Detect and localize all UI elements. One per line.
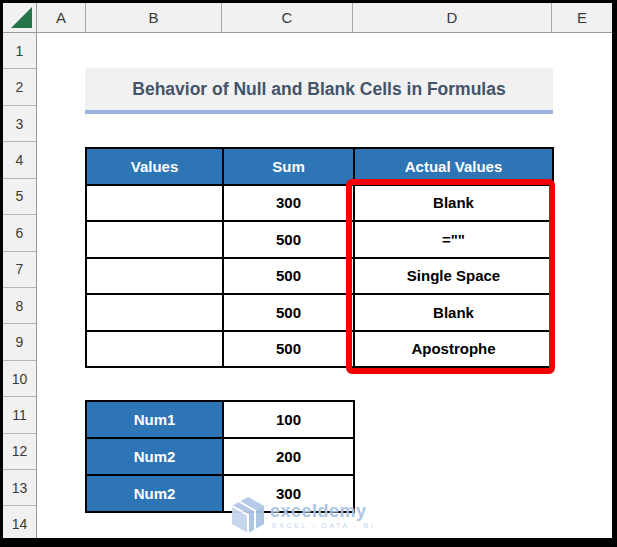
cell-b7[interactable] [86,258,223,295]
screenshot-frame: A B C D E 1 2 3 4 5 6 7 8 9 10 11 12 13 … [0,0,617,547]
watermark-tagline: EXCEL - DATA - BI [272,522,375,529]
header-cell-values[interactable]: Values [86,148,223,185]
cell-d5[interactable]: Blank [354,185,553,222]
table-header-row: Values Sum Actual Values [86,148,553,185]
cell-c12[interactable]: 200 [223,438,354,475]
row-header-8[interactable]: 8 [3,288,36,324]
table-row: 500 Apostrophe [86,331,553,368]
cell-c11[interactable]: 100 [223,401,354,438]
row-header-2[interactable]: 2 [3,69,36,105]
watermark-brand: exceldemy [270,502,367,520]
cell-d8[interactable]: Blank [354,294,553,331]
cell-b9[interactable] [86,331,223,368]
header-cell-actual-values[interactable]: Actual Values [354,148,553,185]
column-header-b[interactable]: B [86,3,222,32]
page-title[interactable]: Behavior of Null and Blank Cells in Form… [85,68,553,114]
table-row: Num1 100 [86,401,354,438]
row-header-12[interactable]: 12 [3,434,36,470]
row-header-11[interactable]: 11 [3,397,36,433]
cell-d9[interactable]: Apostrophe [354,331,553,368]
column-header-a[interactable]: A [37,3,86,32]
cell-d7[interactable]: Single Space [354,258,553,295]
row-header-10[interactable]: 10 [3,361,36,397]
header-cell-sum[interactable]: Sum [223,148,354,185]
column-header-e[interactable]: E [552,3,612,32]
cell-c8[interactable]: 500 [223,294,354,331]
cell-b6[interactable] [86,221,223,258]
row-header-5[interactable]: 5 [3,179,36,215]
exceldemy-logo-icon [231,496,265,534]
watermark-text: exceldemy EXCEL - DATA - BI [270,502,375,529]
column-header-strip: A B C D E [3,3,612,33]
cell-b13[interactable]: Num2 [86,475,223,512]
table-row: Num2 200 [86,438,354,475]
column-header-d[interactable]: D [353,3,552,32]
row-header-4[interactable]: 4 [3,142,36,178]
row-header-strip: 1 2 3 4 5 6 7 8 9 10 11 12 13 14 [3,33,37,538]
cell-c7[interactable]: 500 [223,258,354,295]
table-row: 500 ="" [86,221,553,258]
cell-c5[interactable]: 300 [223,185,354,222]
cell-b12[interactable]: Num2 [86,438,223,475]
cell-c6[interactable]: 500 [223,221,354,258]
row-header-6[interactable]: 6 [3,215,36,251]
cell-c9[interactable]: 500 [223,331,354,368]
cell-d6[interactable]: ="" [354,221,553,258]
table-row: 300 Blank [86,185,553,222]
row-header-9[interactable]: 9 [3,324,36,360]
row-header-7[interactable]: 7 [3,252,36,288]
row-header-3[interactable]: 3 [3,106,36,142]
table-row: 500 Single Space [86,258,553,295]
select-all-triangle-icon [11,7,32,28]
row-header-14[interactable]: 14 [3,506,36,538]
row-header-1[interactable]: 1 [3,33,36,69]
exceldemy-watermark: exceldemy EXCEL - DATA - BI [231,496,375,534]
cell-b11[interactable]: Num1 [86,401,223,438]
row-header-13[interactable]: 13 [3,470,36,506]
cell-b5[interactable] [86,185,223,222]
select-all-button[interactable] [3,3,37,32]
spreadsheet: A B C D E 1 2 3 4 5 6 7 8 9 10 11 12 13 … [3,3,612,538]
cell-b8[interactable] [86,294,223,331]
table-row: 500 Blank [86,294,553,331]
values-sum-table: Values Sum Actual Values 300 Blank 500 =… [85,147,554,368]
column-header-c[interactable]: C [222,3,353,32]
